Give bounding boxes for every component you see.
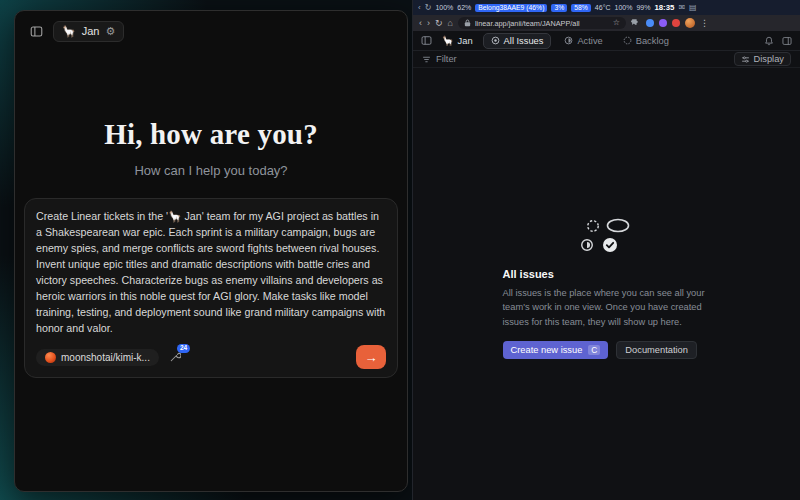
filter-label[interactable]: Filter [436,54,457,64]
browser-window: ‹ ↻ 100% 62% Belong38AAE9 (46%) 3% 58% 4… [412,0,800,500]
rotate-icon[interactable]: ↻ [425,3,432,12]
linear-header: 🦙 Jan All Issues Active Backlog [413,31,800,51]
bell-icon[interactable] [764,36,774,46]
display-sliders-icon [741,55,750,64]
level-b: 99% [636,4,650,11]
extension-icon-blue[interactable] [646,19,654,27]
linear-team-name: Jan [458,36,473,46]
tab-active[interactable]: Active [557,34,609,48]
mail-icon: ✉ [678,3,685,12]
bookmark-star-icon[interactable]: ☆ [613,19,620,27]
composer-toolbar: moonshotai/kimi-k... 24 → [36,345,386,369]
model-name: moonshotai/kimi-k... [61,352,150,363]
jan-main-area: Hi, how are you? How can I help you toda… [15,5,407,491]
clock: 18:35 [654,3,674,12]
extensions-puzzle-icon[interactable] [631,18,641,28]
backlog-status-icon [586,219,600,233]
profile-avatar[interactable] [685,18,695,28]
tab-backlog-label: Backlog [636,36,669,46]
grid-icon: ▤ [689,3,697,12]
done-status-icon [602,237,618,253]
url-text[interactable]: linear.app/janii/team/JANAPP/all [475,19,580,28]
send-button[interactable]: → [356,345,386,369]
network-badge: Belong38AAE9 (46%) [475,4,547,12]
cpu-badge: 3% [551,4,567,12]
jan-app-window: 🦙 Jan ⚙ Hi, how are you? How can I help … [14,10,408,492]
model-selector[interactable]: moonshotai/kimi-k... [36,349,159,366]
tools-button[interactable]: 24 [169,351,181,363]
browser-back-icon[interactable]: ‹ [419,19,422,28]
chat-composer[interactable]: Create Linear tickets in the '🦙 Jan' tea… [24,198,398,378]
address-bar[interactable]: linear.app/janii/team/JANAPP/all ☆ [458,17,626,29]
create-new-issue-label: Create new issue [511,345,583,355]
browser-forward-icon[interactable]: › [427,19,430,28]
filter-icon [422,55,431,64]
memory-badge: 58% [571,4,591,12]
all-issues-empty-state: All issues All issues is the place where… [503,218,711,359]
tab-all-issues-label: All Issues [504,36,544,46]
create-new-issue-button[interactable]: Create new issue C [503,341,609,359]
back-icon[interactable]: ‹ [418,3,421,12]
battery-aux: 62% [457,4,471,11]
filter-bar: Filter Display [413,51,800,68]
side-panel-icon[interactable] [782,36,792,46]
todo-status-icon [606,218,630,233]
tools-count-badge: 24 [177,344,190,353]
shortcut-key: C [588,345,600,355]
browser-home-icon[interactable]: ⌂ [448,19,453,28]
system-status-bar: ‹ ↻ 100% 62% Belong38AAE9 (46%) 3% 58% 4… [413,0,800,15]
linear-team-chip[interactable]: 🦙 Jan [438,33,477,48]
level-a: 100% [615,4,633,11]
browser-toolbar: ‹ › ↻ ⌂ linear.app/janii/team/JANAPP/all… [413,15,800,31]
workflow-status-icons [578,218,636,256]
extension-icon-red[interactable] [672,19,680,27]
tab-backlog[interactable]: Backlog [616,34,676,48]
linear-content: All issues All issues is the place where… [413,218,800,500]
empty-state-title: All issues [503,268,711,280]
backlog-icon [623,36,632,45]
lock-icon [464,19,471,27]
temperature: 46°C [595,4,611,11]
display-button[interactable]: Display [734,52,791,66]
send-arrow-icon: → [365,350,378,365]
model-provider-icon [45,352,56,363]
greeting-subtitle: How can I help you today? [134,163,287,178]
tab-all-issues[interactable]: All Issues [483,33,552,49]
linear-sidebar-toggle-icon[interactable] [421,32,432,50]
battery-main: 100% [435,4,453,11]
documentation-button[interactable]: Documentation [616,341,697,359]
chat-input-text[interactable]: Create Linear tickets in the '🦙 Jan' tea… [36,208,386,336]
browser-menu-icon[interactable]: ⋮ [700,19,709,28]
linear-team-emoji: 🦙 [442,35,454,46]
tools-icon [169,351,181,363]
active-icon [564,36,573,45]
browser-refresh-icon[interactable]: ↻ [435,19,443,28]
tab-active-label: Active [577,36,602,46]
linear-header-actions [764,36,792,46]
empty-state-description: All issues is the place where you can se… [503,286,711,329]
in-progress-status-icon [580,238,594,252]
extension-icon-purple[interactable] [659,19,667,27]
greeting-title: Hi, how are you? [104,118,318,151]
display-label: Display [754,54,784,64]
empty-state-actions: Create new issue C Documentation [503,341,711,359]
all-issues-icon [491,36,500,45]
